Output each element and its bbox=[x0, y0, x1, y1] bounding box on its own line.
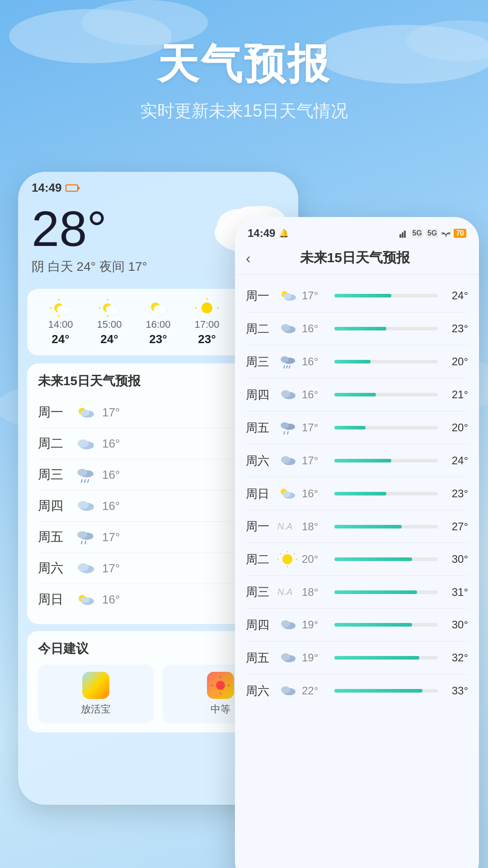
hour-temp-3: 23° bbox=[183, 332, 231, 346]
svg-point-72 bbox=[281, 324, 290, 331]
rf-bar-fill-10 bbox=[334, 623, 412, 627]
rf-bar-fill-12 bbox=[334, 689, 422, 693]
hour-item-1: 15:00 24° bbox=[85, 298, 134, 346]
rf-icon-5 bbox=[277, 453, 297, 469]
rf-low-2: 16° bbox=[302, 355, 329, 368]
hour-icon-1 bbox=[85, 298, 134, 319]
rf-bar-fill-4 bbox=[334, 426, 366, 429]
rf-icon-4 bbox=[277, 420, 297, 436]
hour-temp-2: 23° bbox=[134, 332, 183, 346]
svg-line-95 bbox=[294, 553, 295, 554]
rf-day-10: 周四 bbox=[246, 617, 277, 633]
rf-bar-3 bbox=[334, 393, 438, 396]
svg-point-27 bbox=[154, 305, 163, 312]
rf-day-11: 周五 bbox=[246, 650, 277, 666]
rf-day-1: 周二 bbox=[246, 321, 277, 337]
rf-icon-10 bbox=[277, 617, 297, 633]
rf-high-1: 23° bbox=[443, 322, 468, 335]
svg-point-40 bbox=[80, 410, 89, 416]
hour-temp-1: 24° bbox=[85, 332, 134, 346]
svg-line-75 bbox=[284, 365, 285, 368]
svg-point-101 bbox=[281, 686, 290, 693]
rf-icon-0 bbox=[277, 288, 297, 304]
rf-bar-7 bbox=[334, 525, 438, 528]
right-battery-alert: 🔔 bbox=[279, 228, 289, 238]
rf-bar-11 bbox=[334, 656, 438, 660]
svg-point-88 bbox=[282, 491, 291, 497]
svg-line-45 bbox=[81, 479, 82, 483]
right-forecast-list[interactable]: 周一 17° 24° 周二 16° bbox=[235, 275, 479, 868]
svg-line-77 bbox=[289, 365, 290, 368]
rf-icon-1 bbox=[277, 321, 297, 337]
rf-high-5: 24° bbox=[443, 454, 468, 467]
phones-container: 14:49 28° 阴 白天 24° 夜间 17° bbox=[0, 163, 488, 868]
svg-line-76 bbox=[286, 365, 287, 368]
right-phone: 14:49 🔔 5G 5G 70 ‹ 未来15日天气预报 周一 bbox=[235, 217, 479, 868]
hour-icon-3 bbox=[183, 298, 231, 319]
right-forecast-row-1: 周二 16° 23° bbox=[246, 312, 468, 345]
header-section: 天气预报 实时更新未来15日天气情况 bbox=[0, 0, 488, 123]
rf-high-6: 23° bbox=[443, 487, 468, 500]
right-forecast-row-11: 周五 19° 32° bbox=[246, 642, 468, 675]
svg-line-83 bbox=[287, 431, 288, 434]
rf-bar-fill-1 bbox=[334, 327, 386, 330]
rf-day-9: 周三 bbox=[246, 584, 277, 600]
left-forecast-low-0: 17° bbox=[102, 406, 120, 420]
hour-icon-0 bbox=[36, 298, 85, 319]
rf-low-4: 17° bbox=[302, 421, 329, 434]
right-forecast-row-8: 周二 20° 30° bbox=[246, 543, 468, 576]
rf-high-0: 24° bbox=[443, 289, 468, 302]
rf-low-8: 20° bbox=[302, 553, 329, 566]
rf-low-6: 16° bbox=[302, 487, 329, 500]
rf-bar-fill-6 bbox=[334, 492, 386, 495]
right-forecast-row-3: 周四 16° 21° bbox=[246, 378, 468, 411]
right-status-icons: 5G 5G 70 bbox=[399, 229, 466, 238]
left-forecast-low-2: 16° bbox=[102, 468, 120, 482]
svg-rect-66 bbox=[404, 231, 406, 238]
left-forecast-icon-3 bbox=[74, 497, 97, 515]
back-button[interactable]: ‹ bbox=[246, 251, 251, 265]
svg-point-58 bbox=[80, 597, 89, 603]
rf-icon-8 bbox=[277, 551, 297, 567]
suggestion-icon-kite bbox=[82, 672, 109, 699]
svg-rect-65 bbox=[402, 232, 404, 238]
rf-high-7: 27° bbox=[443, 520, 468, 533]
svg-line-46 bbox=[84, 479, 85, 483]
rf-bar-1 bbox=[334, 327, 438, 330]
svg-line-94 bbox=[280, 553, 281, 554]
rf-bar-fill-0 bbox=[334, 294, 391, 297]
rf-icon-na-7: N.A bbox=[277, 521, 297, 532]
main-title: 天气预报 bbox=[0, 36, 488, 92]
rf-high-9: 31° bbox=[443, 586, 468, 599]
svg-point-49 bbox=[78, 501, 89, 509]
rf-day-4: 周五 bbox=[246, 420, 277, 436]
right-forecast-row-9: 周三 N.A 18° 31° bbox=[246, 576, 468, 609]
hour-time-2: 16:00 bbox=[134, 319, 183, 330]
network-5g-1: 5G bbox=[411, 229, 423, 238]
svg-point-67 bbox=[446, 236, 447, 237]
right-forecast-row-6: 周日 16° 23° bbox=[246, 477, 468, 510]
rf-low-7: 18° bbox=[302, 520, 329, 533]
rf-icon-na-9: N.A bbox=[277, 587, 297, 597]
svg-rect-64 bbox=[399, 234, 401, 238]
rf-bar-5 bbox=[334, 459, 438, 462]
rf-day-6: 周日 bbox=[246, 486, 277, 502]
right-forecast-header: ‹ 未来15日天气预报 bbox=[235, 244, 479, 275]
suggestion-icon-sun2 bbox=[207, 672, 234, 699]
rf-high-4: 20° bbox=[443, 421, 468, 434]
rf-low-9: 18° bbox=[302, 586, 329, 599]
rf-high-11: 32° bbox=[443, 651, 468, 664]
svg-point-74 bbox=[281, 356, 289, 363]
hour-item-0: 14:00 24° bbox=[36, 298, 85, 346]
rf-icon-11 bbox=[277, 650, 297, 666]
rf-bar-4 bbox=[334, 426, 438, 429]
left-forecast-icon-2 bbox=[74, 466, 97, 484]
sub-title: 实时更新未来15日天气情况 bbox=[0, 99, 488, 123]
svg-point-89 bbox=[282, 554, 292, 564]
svg-line-47 bbox=[88, 479, 89, 483]
left-forecast-icon-1 bbox=[74, 434, 97, 453]
hour-time-0: 14:00 bbox=[36, 319, 85, 330]
rf-day-2: 周三 bbox=[246, 354, 277, 370]
svg-line-82 bbox=[284, 431, 285, 434]
rf-bar-fill-8 bbox=[334, 557, 412, 561]
